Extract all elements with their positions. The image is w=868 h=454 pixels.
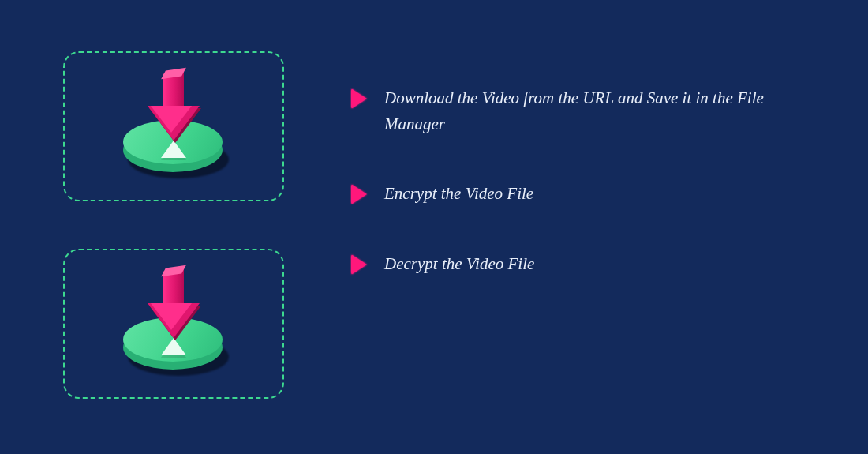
step-item: Encrypt the Video File <box>351 181 793 207</box>
play-triangle-icon <box>351 88 367 109</box>
play-triangle-icon <box>351 184 367 204</box>
download-to-disc-icon <box>118 268 229 379</box>
steps-list: Download the Video from the URL and Save… <box>351 85 793 276</box>
download-to-disc-icon <box>118 71 229 182</box>
download-card-1 <box>63 51 284 201</box>
arrow-down-icon <box>148 73 195 142</box>
arrow-down-icon <box>148 270 195 340</box>
download-card-2 <box>63 249 284 399</box>
step-item: Download the Video from the URL and Save… <box>351 85 793 137</box>
step-label: Decrypt the Video File <box>384 251 534 277</box>
step-label: Download the Video from the URL and Save… <box>384 85 771 137</box>
step-label: Encrypt the Video File <box>384 181 533 207</box>
step-item: Decrypt the Video File <box>351 251 793 277</box>
play-triangle-icon <box>351 254 367 275</box>
